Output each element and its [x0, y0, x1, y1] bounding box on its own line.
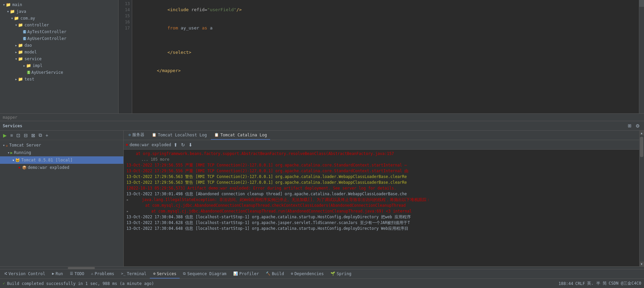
chevron-right-icon-model: ▸ — [15, 50, 17, 54]
h-scrollbar-thumb[interactable] — [68, 267, 95, 269]
align-button[interactable]: ≡ — [9, 132, 14, 138]
tree-item-main[interactable]: ▾ 📁 main — [0, 1, 118, 8]
chevron-right-icon-impl: ▸ — [23, 63, 25, 68]
btab-dependencies-label: Dependencies — [295, 271, 324, 276]
chevron-down-icon2: ▾ — [7, 9, 9, 14]
group-button[interactable]: ⊡ — [15, 132, 21, 138]
btab-problems[interactable]: ⚠ Problems — [88, 270, 118, 279]
btab-version-control[interactable]: ⑆ Version Control — [1, 270, 48, 279]
tree-item-ayusercontroller[interactable]: C AyUserController — [0, 35, 118, 42]
build-icon: 🔨 — [266, 271, 270, 276]
scroll-down-button[interactable]: ▼ — [639, 262, 644, 266]
services-tree-item-war[interactable]: ✖ 📦 demo:war exploded — [0, 164, 123, 171]
tree-item-test[interactable]: ▸ 📁 test — [0, 76, 118, 83]
settings-button[interactable]: ⚙ — [634, 123, 641, 129]
add-service-button[interactable]: + — [44, 132, 49, 138]
expand-all-button[interactable]: ⊞ — [626, 123, 633, 129]
tomcat-icon: ☕ — [6, 143, 8, 148]
services-tree-content: ▾ ☕ Tomcat Server ▾ ▶ Running ▾ 🐱 Tomcat… — [0, 140, 123, 266]
deploy-up-button[interactable]: ⬆ — [173, 142, 179, 148]
tree-item-java-label: java — [16, 9, 26, 14]
btab-build[interactable]: 🔨 Build — [262, 270, 287, 279]
tree-item-impl[interactable]: ▸ 📁 impl — [0, 62, 118, 69]
log-tabs: ⚙ 服务器 📋 Tomcat Localhost Log 📋 Tomcat Ca… — [124, 131, 639, 140]
btab-services[interactable]: ⚙ Services — [150, 270, 180, 279]
tree-item-comay[interactable]: ▾ 📁 com.ay — [0, 15, 118, 22]
log-line-13: 13-Oct-2022 17:30:04.628 信息 [localhost-s… — [126, 220, 637, 226]
log-line-9: ▸ java.lang.IllegalStateException: 非法访问。… — [126, 197, 637, 203]
btab-profiler-label: Profiler — [239, 271, 259, 276]
btab-profiler[interactable]: 📊 Profiler — [230, 270, 262, 279]
ime-status[interactable]: 英. 半 简 — [587, 281, 607, 286]
filter-button[interactable]: ⊟ — [23, 132, 29, 138]
btab-todo-label: TODO — [75, 271, 84, 276]
tab-server-label: 服务器 — [132, 132, 144, 138]
tomcat-instance-label: Tomcat 8.5.81 [local] — [21, 158, 73, 162]
services-tree: ▶ ≡ ⊡ ⊟ ⊠ ⧉ + ▾ ☕ Tomcat Server — [0, 131, 124, 266]
code-line-15 — [136, 37, 636, 43]
tab-localhost-log[interactable]: 📋 Tomcat Localhost Log — [148, 131, 210, 140]
expand-icon2[interactable]: ▸ — [126, 209, 129, 214]
btab-terminal[interactable]: >_ Terminal — [118, 270, 150, 279]
tree-item-model-label: model — [24, 50, 37, 54]
tree-item-ayusercontroller-label: AyUserController — [27, 36, 66, 41]
status-ok-icon: ✓ — [3, 281, 5, 286]
line-ending[interactable]: CRLF — [575, 281, 585, 286]
log-line-14: 13-Oct-2022 17:30:04.648 信息 [localhost-s… — [126, 226, 637, 231]
deploy-label: demo:war exploded — [129, 142, 171, 147]
tree-item-model[interactable]: ▸ 📁 model — [0, 49, 118, 56]
btab-todo[interactable]: ☰ TODO — [66, 270, 88, 279]
tree-item-service[interactable]: ▾ 📁 service — [0, 56, 118, 62]
log-content[interactable]: at org.springframework.beans.factory.sup… — [124, 150, 639, 266]
deploy-error-icon: ✖ — [126, 142, 128, 147]
tab-server[interactable]: ⚙ 服务器 — [125, 131, 148, 140]
expand-icon[interactable]: ▸ — [126, 197, 129, 202]
code-editor: 13 14 15 16 17 <include refid="userField… — [119, 0, 639, 113]
services-tree-item-running[interactable]: ▾ ▶ Running — [0, 149, 123, 156]
dependencies-icon: ⚙ — [291, 271, 293, 276]
run-button[interactable]: ▶ — [2, 132, 8, 138]
todo-icon: ☰ — [70, 271, 73, 276]
status-message: Build completed successfully in 1 sec, 9… — [7, 281, 154, 286]
btab-run[interactable]: ▶ Run — [48, 270, 66, 279]
log-scrollbar[interactable]: ▲ ▼ — [639, 131, 644, 266]
btab-services-label: Services — [157, 271, 177, 276]
tree-item-dao[interactable]: ▸ 📁 dao — [0, 42, 118, 49]
btab-build-label: Build — [272, 271, 284, 276]
version-control-icon: ⑆ — [5, 271, 7, 276]
btab-version-control-label: Version Control — [8, 271, 45, 276]
services-tree-item-tomcat-instance[interactable]: ▾ 🐱 Tomcat 8.5.81 [local] — [0, 156, 123, 164]
btab-spring[interactable]: 🌱 Spring — [327, 270, 355, 279]
code-content[interactable]: <include refid="userField"/> from ay_use… — [132, 0, 639, 113]
log-toolbar: ✖ demo:war exploded ⬆ ↻ ⬇ — [124, 140, 639, 150]
scrollbar-thumb[interactable] — [640, 137, 643, 157]
chevron-down-icon4: ▾ — [15, 23, 17, 27]
tree-item-ayuserservice[interactable]: I AyUserService — [0, 69, 118, 76]
cursor-position[interactable]: 188:44 — [559, 281, 573, 286]
log-panel: ⚙ 服务器 📋 Tomcat Localhost Log 📋 Tomcat Ca… — [124, 131, 639, 266]
services-toolbar: ▶ ≡ ⊡ ⊟ ⊠ ⧉ + — [0, 131, 123, 140]
services-tree-item-tomcat[interactable]: ▾ ☕ Tomcat Server — [0, 141, 123, 149]
tab-catalina-log[interactable]: 📋 Tomcat Catalina Log — [211, 131, 270, 140]
log-line-1: at org.springframework.beans.factory.sup… — [126, 151, 637, 157]
tree-item-controller[interactable]: ▾ 📁 controller — [0, 22, 118, 28]
tree-item-impl-label: impl — [33, 63, 42, 68]
tree-item-test-label: test — [24, 77, 34, 82]
tree-item-aytestcontroller[interactable]: C AyTestController — [0, 28, 118, 35]
btab-dependencies[interactable]: ⚙ Dependencies — [287, 270, 327, 279]
chevron-down-icon: ▾ — [3, 2, 5, 7]
split-button[interactable]: ⧉ — [38, 132, 43, 138]
scroll-up-button[interactable]: ▲ — [639, 131, 644, 135]
deploy-refresh-button[interactable]: ↻ — [180, 142, 186, 148]
tree-item-ayuserservice-label: AyUserService — [31, 70, 63, 75]
deploy-down-button[interactable]: ⬇ — [187, 142, 194, 148]
tree-item-aytestcontroller-label: AyTestController — [27, 29, 66, 34]
more-button[interactable]: ⊠ — [30, 132, 36, 138]
breadcrumb-label: mapper — [3, 115, 17, 120]
horizontal-scrollbar[interactable] — [0, 266, 644, 269]
btab-sequence[interactable]: ⧉ Sequence Diagram — [180, 270, 230, 279]
btab-spring-label: Spring — [337, 271, 351, 276]
tab-catalina-icon: 📋 — [214, 133, 219, 137]
tree-item-service-label: service — [24, 57, 42, 61]
tree-item-java[interactable]: ▾ 📁 java — [0, 8, 118, 15]
